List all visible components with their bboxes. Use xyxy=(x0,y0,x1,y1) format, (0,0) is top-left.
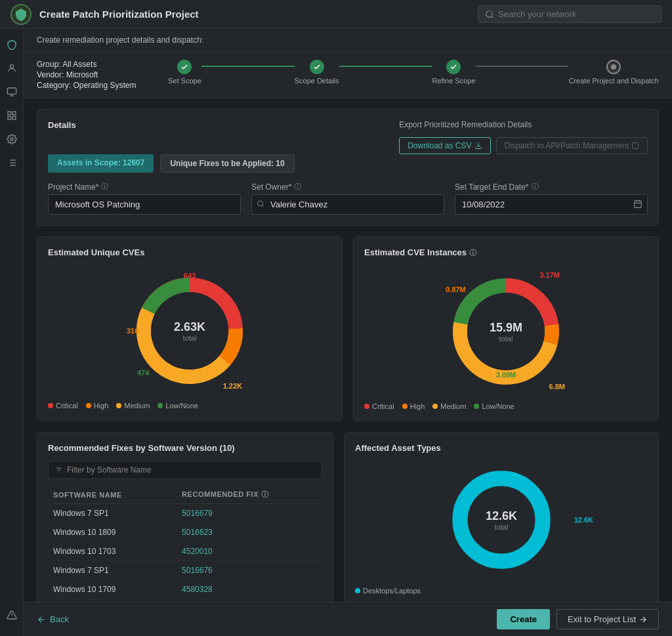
details-header: Details Export Prioritized Remediation D… xyxy=(48,120,648,154)
dispatch-api-button[interactable]: Dispatch to API/Patch Management xyxy=(496,137,648,154)
svg-rect-8 xyxy=(8,116,11,119)
step-1-label: Set Scope xyxy=(168,77,201,85)
project-name-label: Project Name* ⓘ xyxy=(48,182,241,192)
sidebar-item-list[interactable] xyxy=(1,152,22,173)
svg-point-2 xyxy=(10,65,13,68)
sidebar-item-shield[interactable] xyxy=(1,34,22,55)
charts-row: Estimated Unique CVEs xyxy=(37,236,659,421)
sidebar-item-gear[interactable] xyxy=(1,129,22,150)
cve-instances-card: Estimated CVE Instances ⓘ 15.9M xyxy=(353,236,659,421)
wizard-group: Group: All Assets xyxy=(37,60,142,69)
date-info-icon: ⓘ xyxy=(532,182,539,192)
svg-point-21 xyxy=(258,201,263,206)
back-arrow-icon xyxy=(37,615,46,624)
svg-rect-6 xyxy=(8,112,11,115)
form-row: Project Name* ⓘ Set Owner* ⓘ xyxy=(48,182,648,215)
table-row: Windows 7 SP15016676 xyxy=(48,561,322,580)
asset-total: 12.6K xyxy=(486,509,517,523)
details-title: Details xyxy=(48,120,76,130)
fix-link[interactable]: 5016679 xyxy=(177,504,309,523)
sub-header: Create remediation project details and d… xyxy=(24,29,672,52)
cve-donut-center: 2.63K total xyxy=(174,320,205,342)
main-layout: Create remediation project details and d… xyxy=(0,29,672,636)
fix-link[interactable]: 5016623 xyxy=(177,523,309,542)
svg-line-1 xyxy=(492,16,494,18)
cve-medium-label: 1.22K xyxy=(223,382,242,390)
table-row: Windows 7 SP15016679 xyxy=(48,504,322,523)
download-csv-button[interactable]: Download as CSV xyxy=(399,137,490,154)
cve-inst-label: total xyxy=(490,335,522,343)
asset-types-card: Affected Asset Types 12.6K total 12.6K xyxy=(344,432,659,602)
owner-input[interactable] xyxy=(251,194,444,215)
step-line-3 xyxy=(476,66,569,67)
fix-link[interactable]: 5016676 xyxy=(177,561,309,580)
left-sidebar xyxy=(0,29,24,636)
sidebar-item-user[interactable] xyxy=(1,58,22,79)
search-box[interactable] xyxy=(478,5,662,23)
wizard-category: Category: Operating System xyxy=(37,81,142,90)
filter-bar[interactable]: Filter by Software Name xyxy=(48,461,322,479)
inst-legend-critical: Critical xyxy=(364,402,394,410)
owner-info-icon: ⓘ xyxy=(294,182,301,192)
cve-total: 2.63K xyxy=(174,320,205,334)
calendar-icon xyxy=(633,199,642,210)
back-button[interactable]: Back xyxy=(37,614,69,624)
wizard-step-1: Set Scope xyxy=(168,60,201,85)
date-input-wrap xyxy=(455,194,648,215)
cve-instances-title: Estimated CVE Instances ⓘ xyxy=(364,247,648,258)
cve-low-label: 474 xyxy=(137,369,149,377)
inst-medium-label: 6.8M xyxy=(549,383,565,391)
legend-medium-dot xyxy=(116,403,121,408)
svg-point-0 xyxy=(486,11,492,16)
filter-icon xyxy=(55,466,63,474)
cve-inst-total: 15.9M xyxy=(490,321,522,335)
cve-legend: Critical High Medium Low/None xyxy=(48,402,331,410)
details-card: Details Export Prioritized Remediation D… xyxy=(37,109,659,226)
export-title: Export Prioritized Remediation Details xyxy=(399,120,648,129)
wizard-info: Group: All Assets Vendor: Microsoft Cate… xyxy=(37,60,142,90)
page-title: Create Patch Prioritization Project xyxy=(39,9,470,20)
exit-arrow-icon xyxy=(639,615,648,624)
filter-placeholder: Filter by Software Name xyxy=(67,465,315,475)
legend-high-dot xyxy=(86,403,91,408)
date-input[interactable] xyxy=(455,194,648,215)
inst-low-label: 3.09M xyxy=(496,371,516,379)
legend-low: Low/None xyxy=(158,402,198,410)
project-name-input[interactable] xyxy=(48,194,241,215)
asset-types-title: Affected Asset Types xyxy=(355,443,648,453)
step-1-circle xyxy=(177,60,192,74)
svg-rect-20 xyxy=(633,143,639,149)
logo xyxy=(10,4,32,25)
search-input[interactable] xyxy=(498,9,654,19)
create-button[interactable]: Create xyxy=(497,609,549,629)
sidebar-item-monitor[interactable] xyxy=(1,81,22,102)
svg-point-10 xyxy=(10,138,13,140)
inst-high-label: 0.87M xyxy=(446,286,466,293)
sidebar-item-grid[interactable] xyxy=(1,105,22,126)
main-content: Details Export Prioritized Remediation D… xyxy=(24,98,672,602)
project-name-info-icon: ⓘ xyxy=(101,182,108,192)
sidebar-item-alert[interactable] xyxy=(1,604,22,625)
col-fix: RECOMMENDED FIX ⓘ xyxy=(177,486,309,504)
asset-legend-dot xyxy=(355,588,360,593)
details-left: Details xyxy=(48,120,76,138)
footer: Back Create Exit to Project List xyxy=(24,602,672,636)
col-fix-info: ⓘ xyxy=(261,490,269,498)
inst-critical-label: 3.17M xyxy=(539,271,560,279)
fix-link[interactable]: 4520010 xyxy=(177,542,309,561)
step-3-label: Refine Scope xyxy=(432,77,475,85)
col-software: SOFTWARE NAME xyxy=(48,486,177,504)
software-name: Windows 10 1709 xyxy=(48,580,177,599)
wizard-steps: Set Scope Scope Details Refine Scope xyxy=(168,60,659,85)
exit-button[interactable]: Exit to Project List xyxy=(556,609,659,629)
export-buttons: Download as CSV Dispatch to API/Patch Ma… xyxy=(399,137,648,154)
fix-link[interactable]: 4580328 xyxy=(177,580,309,599)
search-icon xyxy=(485,10,494,19)
table-row: Windows 10 17094580328 xyxy=(48,580,322,599)
inst-legend-high: High xyxy=(402,402,425,410)
owner-group: Set Owner* ⓘ xyxy=(251,182,444,215)
legend-critical: Critical xyxy=(48,402,78,410)
col-actions xyxy=(309,486,322,504)
fixes-card: Recommended Fixes by Software Version (1… xyxy=(37,432,333,602)
step-line-2 xyxy=(339,66,432,67)
